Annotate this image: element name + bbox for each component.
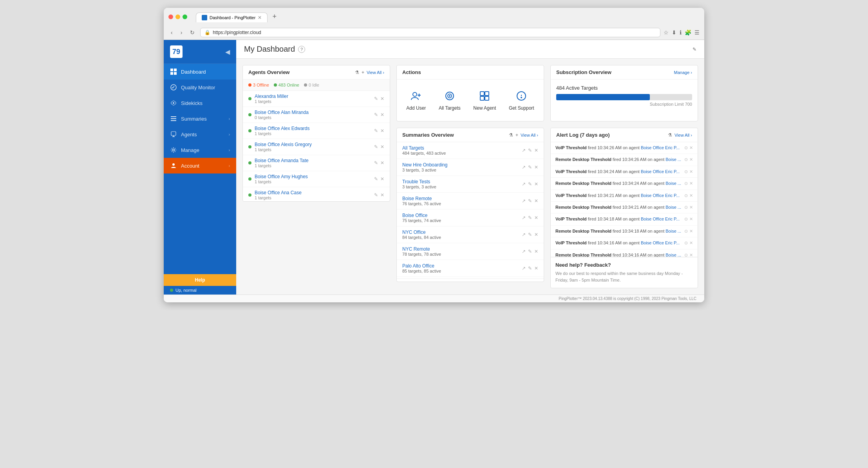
delete-summary-icon[interactable]: ✕ — [534, 164, 538, 170]
bookmark-icon[interactable]: ☆ — [664, 29, 669, 36]
summary-name[interactable]: All Targets — [402, 145, 519, 151]
back-button[interactable]: ‹ — [168, 29, 175, 36]
delete-summary-icon[interactable]: ✕ — [534, 148, 538, 153]
sidebar-item-account[interactable]: Account › — [164, 158, 236, 173]
sidebar-toggle[interactable]: ◀ — [225, 48, 230, 56]
alert-agent-link[interactable]: Boise ... — [665, 181, 681, 186]
alert-dismiss-icon[interactable]: ✕ — [689, 204, 693, 210]
sidebar-item-sidekicks[interactable]: Sidekicks — [164, 95, 236, 111]
edit-summary-icon[interactable]: ✎ — [528, 198, 532, 204]
alert-view-icon[interactable]: ⊙ — [684, 228, 688, 234]
alert-dismiss-icon[interactable]: ✕ — [689, 145, 693, 151]
edit-agent-icon[interactable]: ✎ — [374, 96, 378, 101]
summary-row[interactable]: NYC Remote 78 targets, 78 active ↗ ✎ ✕ — [397, 243, 544, 260]
delete-agent-icon[interactable]: ✕ — [380, 112, 384, 117]
agents-view-all[interactable]: View All › — [367, 70, 384, 75]
share-summary-icon[interactable]: ↗ — [522, 232, 526, 237]
delete-agent-icon[interactable]: ✕ — [380, 192, 384, 198]
summary-name[interactable]: Boise Office — [402, 213, 519, 218]
share-summary-icon[interactable]: ↗ — [522, 215, 526, 220]
alert-dismiss-icon[interactable]: ✕ — [689, 169, 693, 175]
info-icon[interactable]: ℹ — [680, 29, 682, 36]
manage-button[interactable]: Manage › — [674, 70, 692, 75]
share-summary-icon[interactable]: ↗ — [522, 198, 526, 204]
share-summary-icon[interactable]: ↗ — [522, 148, 526, 153]
download-icon[interactable]: ⬇ — [672, 29, 676, 36]
delete-summary-icon[interactable]: ✕ — [534, 198, 538, 204]
get-support-button[interactable]: Get Support — [503, 86, 541, 115]
forward-button[interactable]: › — [178, 29, 185, 36]
add-agent-icon[interactable]: + — [362, 70, 364, 75]
alert-dismiss-icon[interactable]: ✕ — [689, 181, 693, 186]
share-summary-icon[interactable]: ↗ — [522, 181, 526, 187]
help-button[interactable]: Help — [164, 274, 236, 286]
delete-summary-icon[interactable]: ✕ — [534, 215, 538, 220]
summary-name[interactable]: NYC Office — [402, 229, 519, 235]
summary-row[interactable]: New Hire Onboarding 3 targets, 3 active … — [397, 159, 544, 176]
edit-summary-icon[interactable]: ✎ — [528, 266, 532, 271]
extension-icon[interactable]: 🧩 — [685, 29, 691, 36]
summary-name[interactable]: Palo Alto Office — [402, 263, 519, 269]
agent-name[interactable]: Boise Office Ana Case — [255, 190, 371, 195]
active-tab[interactable]: Dashboard - PingPlotter ✕ — [196, 13, 268, 22]
filter-summaries-icon[interactable]: ⚗ — [509, 132, 513, 138]
edit-summary-icon[interactable]: ✎ — [528, 249, 532, 254]
delete-agent-icon[interactable]: ✕ — [380, 128, 384, 134]
tab-close-button[interactable]: ✕ — [258, 15, 262, 20]
agent-row[interactable]: Boise Office Amanda Tate 1 targets ✎ ✕ — [243, 155, 390, 171]
close-traffic-light[interactable] — [168, 14, 173, 19]
agent-name[interactable]: Boise Office Alan Miranda — [255, 110, 371, 115]
agent-row[interactable]: Boise Office Ana Case 1 targets ✎ ✕ — [243, 187, 390, 202]
alert-view-icon[interactable]: ⊙ — [684, 181, 688, 186]
summary-row[interactable]: Boise Remote 76 targets, 76 active ↗ ✎ ✕ — [397, 193, 544, 210]
edit-summary-icon[interactable]: ✎ — [528, 215, 532, 220]
share-summary-icon[interactable]: ↗ — [522, 164, 526, 170]
delete-summary-icon[interactable]: ✕ — [534, 266, 538, 271]
edit-summary-icon[interactable]: ✎ — [528, 164, 532, 170]
summary-row[interactable]: Palo Alto Office 85 targets, 85 active ↗… — [397, 260, 544, 277]
alert-dismiss-icon[interactable]: ✕ — [689, 216, 693, 222]
alert-agent-link[interactable]: Boise Office Eric P... — [641, 169, 680, 174]
alert-agent-link[interactable]: Boise ... — [665, 205, 681, 210]
filter-icon[interactable]: ⚗ — [355, 70, 359, 75]
summary-name[interactable]: New Hire Onboarding — [402, 162, 519, 168]
maximize-traffic-light[interactable] — [183, 14, 187, 19]
edit-agent-icon[interactable]: ✎ — [374, 112, 378, 117]
alert-dismiss-icon[interactable]: ✕ — [689, 252, 693, 257]
alert-agent-link[interactable]: Boise ... — [665, 253, 681, 257]
alert-view-icon[interactable]: ⊙ — [684, 204, 688, 210]
summary-name[interactable]: Boise Remote — [402, 196, 519, 201]
agent-row[interactable]: Boise Office Alexis Gregory 1 targets ✎ … — [243, 139, 390, 155]
edit-agent-icon[interactable]: ✎ — [374, 128, 378, 134]
alert-agent-link[interactable]: Boise ... — [665, 229, 681, 233]
filter-alerts-icon[interactable]: ⚗ — [668, 132, 672, 138]
delete-agent-icon[interactable]: ✕ — [380, 160, 384, 166]
summary-row[interactable]: NYC Office 84 targets, 84 active ↗ ✎ ✕ — [397, 226, 544, 243]
alert-agent-link[interactable]: Boise Office Eric P... — [641, 217, 680, 221]
reload-button[interactable]: ↻ — [188, 29, 197, 36]
edit-summary-icon[interactable]: ✎ — [528, 148, 532, 153]
summaries-view-all[interactable]: View All › — [521, 133, 538, 137]
alert-view-icon[interactable]: ⊙ — [684, 157, 688, 163]
delete-summary-icon[interactable]: ✕ — [534, 232, 538, 237]
agent-row[interactable]: Boise Office Alan Miranda 0 targets ✎ ✕ — [243, 107, 390, 123]
alerts-view-all[interactable]: View All › — [675, 133, 692, 137]
summary-row[interactable]: Boise Office 75 targets, 74 active ↗ ✎ ✕ — [397, 210, 544, 226]
delete-summary-icon[interactable]: ✕ — [534, 249, 538, 254]
edit-agent-icon[interactable]: ✎ — [374, 192, 378, 198]
delete-agent-icon[interactable]: ✕ — [380, 144, 384, 150]
agent-name[interactable]: Boise Office Alexis Gregory — [255, 142, 371, 147]
agent-row[interactable]: Boise Office Amy Hughes 1 targets ✎ ✕ — [243, 171, 390, 187]
alert-agent-link[interactable]: Boise Office Eric P... — [641, 145, 680, 150]
agent-name[interactable]: Boise Office Alex Edwards — [255, 126, 371, 131]
summary-name[interactable]: Trouble Tests — [402, 179, 519, 184]
share-summary-icon[interactable]: ↗ — [522, 249, 526, 254]
alert-agent-link[interactable]: Boise Office Eric P... — [641, 240, 680, 245]
delete-agent-icon[interactable]: ✕ — [380, 176, 384, 182]
alert-view-icon[interactable]: ⊙ — [684, 145, 688, 151]
sidebar-item-dashboard[interactable]: Dashboard — [164, 64, 236, 80]
agent-row[interactable]: Alexandra Miller 1 targets ✎ ✕ — [243, 91, 390, 107]
sidebar-item-summaries[interactable]: Summaries › — [164, 111, 236, 126]
minimize-traffic-light[interactable] — [175, 14, 180, 19]
summary-name[interactable]: NYC Remote — [402, 246, 519, 252]
